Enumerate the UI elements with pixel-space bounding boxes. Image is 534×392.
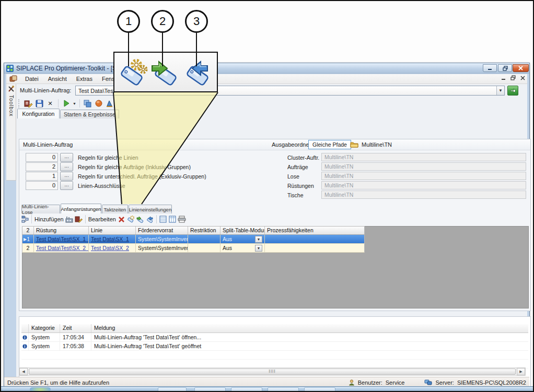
add-button[interactable]: Hinzufügen [33, 216, 65, 222]
cell-linie: Test Data\SX_2 [89, 244, 136, 252]
combo-dropdown-icon[interactable]: ▼ [496, 86, 504, 95]
linie-link[interactable]: Test Data\SX_2 [91, 245, 129, 251]
menu-extras[interactable]: Extras [72, 75, 97, 83]
taskbar-button[interactable] [268, 387, 299, 391]
tab-konfiguration[interactable]: Konfiguration [17, 109, 60, 118]
ruestung-link[interactable]: Test Data\Test\SX_1_Start [36, 236, 89, 242]
print-icon[interactable] [177, 215, 187, 224]
rule-count-field[interactable]: 0 [26, 181, 58, 190]
copy-window-icon[interactable] [83, 99, 92, 108]
gleiche-pfade-button[interactable]: Gleiche Pfade [308, 140, 351, 149]
log-col-meldung[interactable]: Meldung [91, 324, 528, 332]
tab-linieneinstellungen[interactable]: Linieneinstellungen [129, 205, 172, 213]
log-row[interactable]: System 17:05:34 Multi-Linien-Auftrag 'Te… [21, 333, 528, 342]
rule-count-field[interactable]: 2 [26, 162, 58, 171]
tag-arrow-green-small-icon[interactable] [136, 215, 145, 224]
configuration-panel: Multi-Linien-Auftrag Ausgabeordner Gleic… [19, 139, 531, 311]
tag-arrow-blue-small-icon[interactable] [145, 215, 155, 224]
scroll-right-icon[interactable]: ▶ [517, 368, 525, 375]
horizontal-scrollbar[interactable]: ◀ ⦀⦀⦀ ▶ [19, 367, 526, 376]
tag-gears-small-icon[interactable] [126, 215, 136, 224]
add-factory-icon[interactable] [65, 215, 74, 224]
grid-row-selected[interactable]: ▶1 Test Data\Test\SX_1_Start Test Data\S… [22, 235, 365, 244]
restore-button[interactable] [498, 64, 512, 72]
windows-taskbar[interactable] [1, 386, 533, 391]
tree-view-icon[interactable] [20, 215, 30, 224]
ruestung-link[interactable]: Test Data\Test\SX_2_Start [36, 245, 89, 251]
log-col-zeit[interactable]: Zeit [60, 324, 91, 332]
edit-order-icon[interactable] [24, 99, 33, 108]
app-window: SIPLACE Pro Optimierer-Toolkit - [SiClus… [4, 63, 530, 388]
col-restriktion[interactable]: Restriktion [188, 227, 220, 234]
start-icon[interactable] [62, 99, 71, 108]
mdi-minimize-icon[interactable] [501, 76, 506, 80]
tab-taktzeiten[interactable]: Taktzeiten [102, 205, 128, 213]
taskbar-button[interactable] [158, 387, 187, 391]
log-zeit: 17:05:34 [60, 333, 91, 341]
delete-icon[interactable] [117, 215, 126, 224]
menu-ansicht[interactable]: Ansicht [43, 75, 72, 83]
open-order-button[interactable] [507, 86, 518, 96]
col-split-table-modus[interactable]: Split-Table-Modus [220, 227, 265, 234]
rule-browse-button[interactable]: ... [60, 153, 73, 162]
server-value: SIEMENS-PC\SQL2008R2 [457, 379, 526, 386]
list-view-icon[interactable] [158, 215, 168, 224]
add-edit-icon[interactable] [74, 215, 84, 224]
close-order-icon[interactable]: ✕ [45, 99, 55, 108]
rule-label: Regeln für gleiche Aufträge (Inklusiv-Gr… [78, 164, 191, 170]
output-field-input[interactable]: Multiline\TN [321, 153, 526, 161]
save-icon[interactable] [34, 99, 44, 108]
column-view-icon[interactable] [168, 215, 177, 224]
mdi-close-icon[interactable] [520, 76, 525, 80]
row-selector: ▶1 [22, 235, 34, 243]
log-col-kategorie[interactable]: Kategorie [29, 324, 60, 332]
col-linie[interactable]: Linie [89, 227, 136, 234]
toolbox-dock-tab[interactable]: Toolbox [6, 84, 16, 181]
taskbar-button[interactable] [231, 387, 262, 391]
log-row[interactable]: System 17:05:38 Multi-Linien-Auftrag 'Te… [21, 342, 528, 351]
output-folder-label: Ausgabeordner [272, 141, 311, 148]
menu-datei[interactable]: Datei [20, 75, 43, 83]
scroll-left-icon[interactable]: ◀ [19, 368, 28, 375]
main-toolbar: ✕ ▼ [18, 98, 114, 109]
col-foerderervorrat[interactable]: Förderervorrat [136, 227, 188, 234]
callout-1-label: 1 [125, 15, 132, 28]
col-ruestung[interactable]: Rüstung [34, 227, 89, 234]
rule-count-field[interactable]: 1 [26, 172, 58, 181]
edit-button[interactable]: Bearbeiten [87, 216, 117, 222]
start-dropdown-icon[interactable]: ▼ [73, 102, 76, 105]
output-field-input[interactable]: Multiline\TN [321, 181, 526, 189]
start-orb[interactable] [30, 387, 51, 391]
taskbar-button[interactable] [304, 387, 335, 391]
callout-number-2: 2 [151, 10, 174, 33]
rule-count-field[interactable]: 0 [26, 153, 58, 162]
linie-link[interactable]: Test Data\SX_1 [91, 236, 129, 242]
folder-icon[interactable] [350, 141, 358, 148]
rule-browse-button[interactable]: ... [60, 181, 73, 190]
rule-browse-button[interactable]: ... [60, 162, 73, 171]
output-field-input[interactable]: Multiline\TN [321, 172, 526, 180]
scrollbar-thumb[interactable]: ⦀⦀⦀ [29, 369, 516, 375]
tab-starten-ergebnisse[interactable]: Starten & Ergebnisse [60, 110, 119, 118]
taskbar-button[interactable] [194, 387, 226, 391]
close-button[interactable] [513, 64, 529, 72]
cell-prozess [265, 235, 364, 243]
output-field-input[interactable]: Multiline\TN [321, 162, 526, 171]
split-dropdown-icon[interactable]: ▼ [255, 245, 262, 252]
data-grid: 2 Rüstung Linie Förderervorrat Restrikti… [22, 226, 365, 253]
mdi-restore-icon[interactable] [510, 75, 516, 80]
order-combo-label: Multi-Linien-Auftrag: [20, 87, 71, 93]
rule-browse-button[interactable]: ... [60, 172, 73, 181]
log-kategorie: System [29, 333, 60, 341]
tab-anfangsruestungen[interactable]: Anfangsrüstungen [61, 204, 101, 213]
toolbar-separator [31, 215, 32, 223]
report-icon[interactable] [105, 99, 114, 108]
minimize-button[interactable] [483, 64, 497, 72]
col-prozessfaehigkeiten[interactable]: Prozessfähigkeiten [265, 227, 364, 234]
grid-row[interactable]: 2 Test Data\Test\SX_2_Start Test Data\SX… [22, 244, 365, 253]
output-field-input[interactable]: Multiline\TN [321, 191, 526, 199]
rule-label: Regeln für unterschiedl. Aufträge (Exklu… [78, 173, 206, 180]
tab-multi-linien-lose[interactable]: Multi-Linien-Lose [21, 205, 60, 213]
split-dropdown-icon[interactable]: ▼ [255, 236, 262, 243]
stop-icon[interactable] [94, 99, 103, 108]
